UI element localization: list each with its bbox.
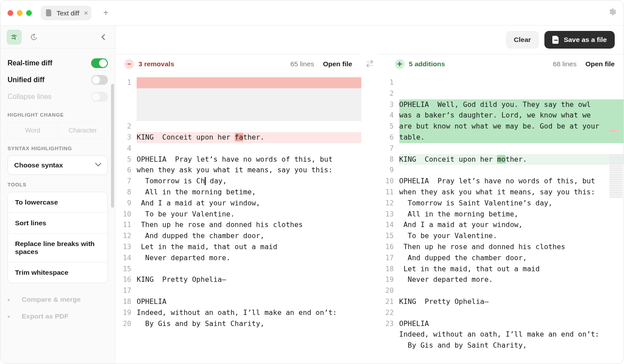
- code-line[interactable]: table.: [399, 132, 624, 143]
- code-line[interactable]: [137, 264, 361, 275]
- seg-character[interactable]: Character: [57, 122, 107, 138]
- code-line[interactable]: KING Conceit upon her father.: [137, 132, 361, 143]
- code-line[interactable]: when they ask you what it means, say you…: [399, 187, 624, 198]
- code-line[interactable]: [137, 77, 361, 88]
- code-line[interactable]: Indeed, without an oath, I’ll make an en…: [137, 307, 361, 318]
- code-line[interactable]: To be your Valentine.: [399, 231, 624, 242]
- tab-text-diff[interactable]: Text diff ×: [41, 6, 92, 20]
- code-line[interactable]: All in the morning betime,: [137, 187, 361, 198]
- code-line[interactable]: OPHELIA Pray let’s have no words of this…: [137, 154, 361, 165]
- seg-word[interactable]: Word: [8, 122, 57, 138]
- realtime-diff-toggle[interactable]: [91, 58, 108, 68]
- code-line[interactable]: [137, 99, 361, 110]
- code-line[interactable]: was a baker’s daughter. Lord, we know wh…: [399, 110, 624, 121]
- sidebar-collapse-button[interactable]: [97, 31, 109, 43]
- sidebar: Real-time diff Unified diff Collapse lin…: [0, 26, 115, 364]
- open-file-right[interactable]: Open file: [586, 60, 615, 68]
- left-pane-header: − 3 removals 65 lines Open file: [115, 54, 361, 74]
- code-line[interactable]: [399, 165, 624, 176]
- code-line[interactable]: [137, 285, 361, 296]
- code-line[interactable]: OPHELIA Well, God dild you. They say the…: [399, 99, 624, 110]
- code-line[interactable]: All in the morning betime,: [399, 209, 624, 220]
- tool-item[interactable]: Replace line breaks with spaces: [8, 233, 107, 262]
- swap-panes-button[interactable]: [361, 54, 378, 73]
- clear-button[interactable]: Clear: [506, 31, 539, 49]
- right-gutter: 1234567891011121314151617181920212223: [378, 74, 398, 364]
- code-line[interactable]: Then up he rose and donned his clothes: [399, 242, 624, 253]
- code-line[interactable]: Tomorrow is Ch day,: [137, 176, 361, 187]
- window-controls: [8, 10, 32, 16]
- unified-diff-toggle[interactable]: [91, 75, 108, 85]
- code-line[interactable]: OPHELIA Pray let’s have no words of this…: [399, 176, 624, 187]
- code-line[interactable]: OPHELIA: [399, 318, 624, 330]
- left-code[interactable]: KING Conceit upon her father. OPHELIA Pr…: [135, 74, 361, 364]
- file-icon: [552, 36, 559, 44]
- code-line[interactable]: To be your Valentine.: [137, 209, 361, 220]
- sliders-icon[interactable]: [7, 30, 22, 45]
- right-pane: + 5 additions 68 lines Open file 1234567…: [378, 54, 624, 364]
- highlight-segmented-control: Word Character: [8, 122, 108, 139]
- code-line[interactable]: By Gis and by Saint Charity,: [399, 340, 624, 351]
- code-line[interactable]: [399, 285, 624, 296]
- code-line[interactable]: [399, 143, 624, 154]
- code-line[interactable]: And I a maid at your window,: [399, 220, 624, 231]
- sidebar-scrollbar[interactable]: [111, 84, 114, 208]
- open-file-left[interactable]: Open file: [323, 60, 352, 68]
- code-line[interactable]: Let in the maid, that out a maid: [137, 242, 361, 253]
- save-as-file-button[interactable]: Save as a file: [544, 31, 615, 49]
- minimap[interactable]: [609, 77, 623, 220]
- option-label: Unified diff: [8, 76, 45, 84]
- diff-panes: − 3 removals 65 lines Open file 12345678…: [115, 54, 624, 364]
- code-line[interactable]: KING Conceit upon her mother.: [399, 154, 624, 165]
- code-line[interactable]: [137, 88, 361, 99]
- chevron-down-icon: [95, 161, 101, 169]
- history-icon[interactable]: [26, 30, 41, 45]
- code-line[interactable]: And dupped the chamber door,: [137, 231, 361, 242]
- code-line[interactable]: Never departed more.: [137, 253, 361, 264]
- code-line[interactable]: By Gis and by Saint Charity,: [137, 318, 361, 330]
- code-line[interactable]: [137, 143, 361, 154]
- syntax-value: Choose syntax: [14, 161, 63, 169]
- disabled-list: •Compare & merge•Export as PDF: [8, 291, 108, 325]
- sidebar-header: [0, 26, 115, 49]
- tool-item[interactable]: Sort lines: [8, 212, 107, 233]
- new-tab-button[interactable]: +: [103, 8, 108, 18]
- code-line[interactable]: when they ask you what it means, say you…: [137, 165, 361, 176]
- content-area: Clear Save as a file − 3 removals 65 lin…: [115, 26, 624, 364]
- maximize-window-button[interactable]: [26, 10, 32, 16]
- tab-close-icon[interactable]: ×: [84, 9, 88, 17]
- right-editor[interactable]: 1234567891011121314151617181920212223 OP…: [378, 74, 624, 364]
- code-line[interactable]: Indeed, without an oath, I’ll make an en…: [399, 329, 624, 340]
- settings-icon[interactable]: [608, 8, 616, 19]
- minus-badge-icon: −: [124, 59, 134, 69]
- code-line[interactable]: Then up he rose and donned his clothes: [137, 220, 361, 231]
- right-line-count: 68 lines: [553, 60, 576, 68]
- syntax-dropdown[interactable]: Choose syntax: [8, 155, 108, 175]
- section-highlight-change: HIGHLIGHT CHANGE: [8, 112, 108, 118]
- option-label: Real-time diff: [8, 59, 52, 67]
- code-line[interactable]: Tomorrow is Saint Valentine’s day,: [399, 198, 624, 209]
- document-icon: [46, 9, 52, 16]
- code-line[interactable]: Never departed more.: [399, 274, 624, 285]
- tool-item[interactable]: Trim whitespace: [8, 262, 107, 283]
- right-pane-header: + 5 additions 68 lines Open file: [378, 54, 624, 74]
- code-line[interactable]: KING Pretty Ophelia—: [399, 296, 624, 307]
- app-window: Text diff × + Real-time diff: [0, 0, 624, 364]
- code-line[interactable]: KING Pretty Ophelia—: [137, 274, 361, 285]
- code-line[interactable]: Let in the maid, that out a maid: [399, 264, 624, 275]
- code-line[interactable]: [137, 110, 361, 121]
- code-line[interactable]: [137, 121, 361, 132]
- tools-list: To lowercaseSort linesReplace line break…: [8, 192, 108, 283]
- save-label: Save as a file: [564, 36, 607, 44]
- minimize-window-button[interactable]: [17, 10, 23, 16]
- code-line[interactable]: And dupped the chamber door,: [399, 253, 624, 264]
- left-editor[interactable]: 1234567891011121314151617181920 KING Con…: [115, 74, 361, 364]
- option-realtime-diff: Real-time diff: [8, 55, 108, 72]
- close-window-button[interactable]: [8, 10, 13, 16]
- right-code[interactable]: OPHELIA Well, God dild you. They say the…: [398, 74, 624, 364]
- code-line[interactable]: OPHELIA: [137, 296, 361, 307]
- code-line[interactable]: And I a maid at your window,: [137, 198, 361, 209]
- tool-item[interactable]: To lowercase: [8, 192, 107, 212]
- code-line[interactable]: [399, 307, 624, 318]
- code-line[interactable]: are but know not what we may be. God be …: [399, 121, 624, 132]
